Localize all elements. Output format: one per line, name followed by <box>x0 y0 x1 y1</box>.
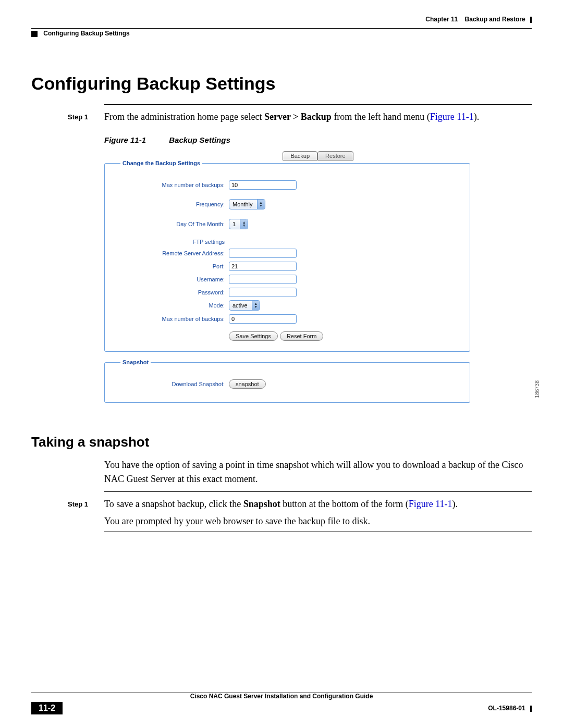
max-backups-input[interactable] <box>229 180 297 190</box>
figure-caption: Figure 11-1 Backup Settings <box>104 135 532 144</box>
label-max-backups-2: Max number of backups: <box>120 316 229 322</box>
label-port: Port: <box>120 263 229 269</box>
square-icon <box>31 31 38 37</box>
label-frequency: Frequency: <box>120 201 229 207</box>
remote-addr-input[interactable] <box>229 249 297 258</box>
label-username: Username: <box>120 276 229 282</box>
section-label: Configuring Backup Settings <box>43 30 129 37</box>
label-max-backups: Max number of backups: <box>120 182 229 188</box>
body-paragraph: You have the option of saving a point in… <box>104 458 532 486</box>
page-title: Configuring Backup Settings <box>31 73 532 94</box>
divider <box>104 532 532 532</box>
footer-bar-icon <box>530 706 532 712</box>
frequency-select[interactable]: Monthly ▲▼ <box>229 199 265 209</box>
step-label: Step 1 <box>68 110 104 124</box>
updown-icon: ▲▼ <box>240 219 248 229</box>
port-input[interactable] <box>229 262 297 271</box>
tab-backup[interactable]: Backup <box>283 151 317 161</box>
doc-title: Cisco NAC Guest Server Installation and … <box>31 693 532 700</box>
day-of-month-select[interactable]: 1 ▲▼ <box>229 219 248 229</box>
updown-icon: ▲▼ <box>257 200 265 209</box>
label-remote-addr: Remote Server Address: <box>120 250 229 256</box>
page-number: 11-2 <box>31 702 63 714</box>
figure-ref-link[interactable]: Figure 11-1 <box>430 112 474 122</box>
header-bar-icon <box>530 17 532 23</box>
label-download-snapshot: Download Snapshot: <box>120 381 229 387</box>
panel-legend: Snapshot <box>120 359 151 365</box>
backup-settings-panel: Change the Backup Settings Max number of… <box>104 160 470 352</box>
max-backups-2-input[interactable] <box>229 314 297 324</box>
step-row: Step 1 From the administration home page… <box>68 110 532 124</box>
divider <box>104 491 532 492</box>
figure: BackupRestore Change the Backup Settings… <box>104 151 532 403</box>
panel-legend: Change the Backup Settings <box>120 160 202 166</box>
reset-form-button[interactable]: Reset Form <box>280 331 323 341</box>
label-ftp-settings: FTP settings <box>120 239 229 245</box>
step-body: From the administration home page select… <box>104 110 532 124</box>
step-body: To save a snapshot backup, click the Sna… <box>104 497 532 528</box>
chapter-label: Chapter 11 <box>425 16 458 23</box>
step-label: Step 1 <box>68 497 104 528</box>
divider <box>104 104 532 105</box>
label-mode: Mode: <box>120 302 229 309</box>
label-day-of-month: Day Of The Month: <box>120 221 229 227</box>
running-header: Chapter 11 Backup and Restore <box>31 16 532 29</box>
step-row: Step 1 To save a snapshot backup, click … <box>68 497 532 528</box>
save-settings-button[interactable]: Save Settings <box>229 331 278 341</box>
page-footer: Cisco NAC Guest Server Installation and … <box>31 693 532 714</box>
username-input[interactable] <box>229 275 297 284</box>
password-input[interactable] <box>229 288 297 297</box>
tab-restore[interactable]: Restore <box>317 151 353 161</box>
figure-ref-link[interactable]: Figure 11-1 <box>409 499 452 509</box>
label-password: Password: <box>120 289 229 295</box>
chapter-title: Backup and Restore <box>465 16 525 23</box>
mode-select[interactable]: active ▲▼ <box>229 300 260 311</box>
updown-icon: ▲▼ <box>252 301 260 310</box>
figure-id: 186738 <box>534 380 540 398</box>
snapshot-panel: Snapshot Download Snapshot: snapshot <box>104 359 470 403</box>
snapshot-button[interactable]: snapshot <box>229 379 266 389</box>
subsection-title: Taking a snapshot <box>31 434 532 450</box>
doc-id: OL-15986-01 <box>488 705 525 712</box>
